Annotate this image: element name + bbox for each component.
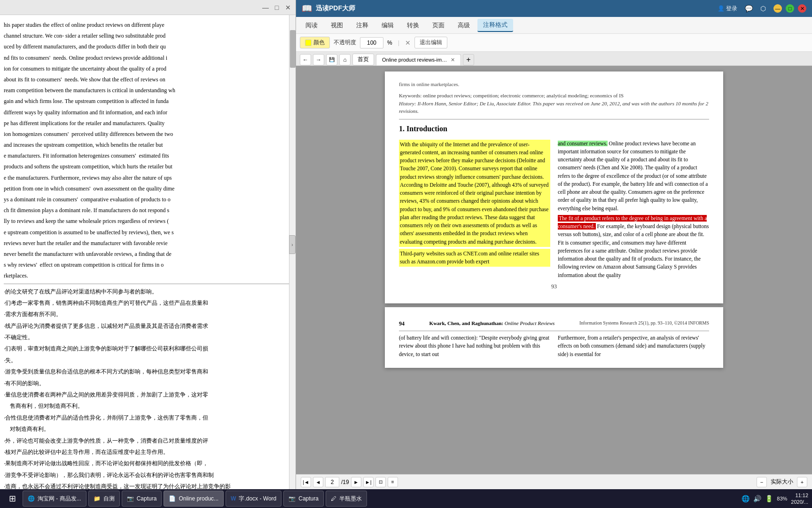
opacity-input[interactable]	[360, 37, 383, 48]
prev-page-button[interactable]: ◄	[313, 477, 323, 487]
left-text-line: pe has different implications for the re…	[4, 119, 292, 128]
pdf-content-area: firms in online marketplaces. Keywords: …	[296, 66, 812, 474]
pdf-title-left: 📖 迅读PDF大师	[302, 3, 355, 14]
color-label: 颜色	[313, 39, 325, 47]
pdf-app-icon: 📖	[302, 3, 312, 14]
taskbar-item-pdf[interactable]: 📄 Online produc...	[164, 491, 224, 507]
two-col-layout: With the ubiquity of the Internet and th…	[399, 140, 709, 279]
color-button[interactable]: 颜色	[300, 37, 330, 48]
close-button[interactable]: ✕	[284, 4, 292, 11]
left-text-line: nd fits to consumers' needs. Online prod…	[4, 54, 292, 63]
save-nav-button[interactable]: 💾	[326, 54, 337, 65]
page2-authors: Kwark, Chen, and Raghunathan:	[429, 320, 503, 326]
scrollbar-thumb[interactable]	[290, 30, 296, 68]
cn-text-line: ·造商，也永远不会通过不利评论使制造商受益，这一发现证明了为什么评论对上游竞争的…	[4, 482, 292, 489]
taskbar-icon-captura1: 📷	[127, 495, 134, 502]
color-swatch	[305, 40, 312, 46]
firms-text: firms in online marketplaces.	[399, 81, 459, 87]
fit-width-button[interactable]: ⊡	[375, 477, 386, 487]
page2-header: Kwark, Chen, and Raghunathan: Online Pro…	[429, 319, 555, 328]
collapse-panel-button[interactable]: ›	[289, 235, 296, 254]
start-button[interactable]: ⊞	[4, 490, 21, 507]
battery-icon[interactable]: 🔋	[765, 495, 773, 502]
cn-text-line: 对制造商有利。	[4, 424, 292, 434]
left-content: his paper studies the effect of online p…	[0, 15, 296, 489]
maximize-button[interactable]: □	[273, 4, 281, 11]
network-icon[interactable]: 🌐	[742, 495, 750, 502]
tab-label: Online product reviews-imp...	[382, 57, 448, 63]
menu-annotate-format[interactable]: 注释格式	[477, 19, 513, 32]
status-right: − 实际大小 +	[757, 477, 807, 487]
pdf-tab-active[interactable]: Online product reviews-imp... ✕	[376, 54, 461, 65]
left-text-line: e upstream competition is assumed to be …	[4, 228, 292, 237]
zoom-in-button[interactable]: +	[797, 477, 807, 487]
page-header-text: firms in online marketplaces.	[399, 81, 709, 88]
forward-nav-button[interactable]: →	[313, 54, 324, 65]
taskbar-label-word: 字.docx - Word	[239, 495, 276, 503]
taskbar-icon-ink: 🖊	[331, 495, 336, 502]
cn-text-line: ·线产品评论为消费者提供了更多信息，以减轻对产品质量及其是否适合消费者需求	[4, 321, 292, 331]
home-label-button[interactable]: 首页	[352, 54, 374, 65]
clock-time: 11:12	[791, 492, 808, 499]
keywords-text: Keywords: online product reviews; compet…	[399, 93, 624, 98]
login-link[interactable]: 👤 登录	[718, 5, 737, 13]
next-page-button[interactable]: ►	[351, 477, 361, 487]
keywords-block: Keywords: online product reviews; compet…	[399, 92, 709, 115]
comment-icon[interactable]: 💬	[745, 5, 753, 12]
opacity-unit: %	[387, 40, 392, 46]
fit-page-button[interactable]: ≡	[388, 477, 398, 487]
cn-text-line: ·有不同的影响。	[4, 379, 292, 388]
minimize-button[interactable]: —	[262, 4, 269, 11]
opacity-label: 不透明度	[334, 39, 356, 47]
menu-annotate[interactable]: 注释	[351, 19, 374, 32]
col-right: and consumer reviews. Online product rev…	[558, 140, 709, 279]
page2-col-left: (of battery life and wifi connection): "…	[399, 334, 550, 358]
cn-text-line: ·游竞争受到质量信息和合适信息的根本不同方式的影响，每种信息类型对零售商和	[4, 367, 292, 376]
taskbar-item-test[interactable]: 📁 自测	[88, 491, 120, 507]
left-text-line: uced by different manufacturers, and the…	[4, 42, 292, 51]
left-text-line: channel structure. We con- sider a retai…	[4, 32, 292, 40]
share-icon[interactable]: ⬡	[760, 5, 766, 12]
last-page-button[interactable]: ►|	[363, 477, 374, 487]
left-text-line: e the manufacturers. Furthermore, review…	[4, 174, 292, 183]
taskbar-item-taobao[interactable]: 🌐 淘宝网 - 商品发...	[23, 491, 86, 507]
volume-icon[interactable]: 🔊	[753, 495, 761, 502]
pdf-close-button[interactable]: ✕	[798, 4, 806, 13]
left-text-line: and increases the upstream competition, …	[4, 141, 292, 150]
menu-edit[interactable]: 编辑	[376, 19, 399, 32]
pdf-title-right: 👤 登录 💬 ⬡ — □ ✕	[718, 4, 806, 13]
pdf-annotation-toolbar: 颜色 不透明度 % | ✕ 退出编辑	[296, 34, 812, 52]
back-nav-button[interactable]: ←	[300, 54, 311, 65]
left-text-line: reviews never hurt the retailer and the …	[4, 239, 292, 248]
page-total: /19	[341, 479, 349, 485]
left-text-line: ys a dominant role in consumers' compara…	[4, 195, 292, 204]
clock[interactable]: 11:12 2020/...	[791, 492, 808, 506]
cn-text-line: 售商有利，但对制造商不利。	[4, 401, 292, 411]
current-page-input[interactable]	[325, 477, 339, 487]
zoom-out-button[interactable]: −	[757, 477, 767, 487]
menu-advanced[interactable]: 高级	[452, 19, 476, 32]
taskbar-icon-taobao: 🌐	[28, 495, 35, 502]
taskbar-item-captura2[interactable]: 📷 Captura	[283, 491, 324, 507]
home-nav-button[interactable]: ⌂	[339, 54, 351, 65]
taskbar-icon-pdf: 📄	[169, 495, 176, 502]
left-text-line: his paper studies the effect of online p…	[4, 21, 292, 30]
page2-left-text: (of battery life and wifi connection): "…	[399, 334, 550, 358]
clock-date: 2020/...	[791, 499, 808, 505]
tab-close-icon[interactable]: ✕	[451, 57, 455, 63]
menu-read[interactable]: 阅读	[300, 19, 323, 32]
first-page-button[interactable]: |◄	[301, 477, 311, 487]
menu-view[interactable]: 视图	[325, 19, 349, 32]
battery-percent: 83%	[777, 496, 787, 501]
menu-page[interactable]: 页面	[427, 19, 450, 32]
taskbar-item-ink[interactable]: 🖊 半瓶墨水	[326, 491, 367, 507]
left-text-line: ream competition between the manufacture…	[4, 86, 292, 95]
new-tab-button[interactable]: +	[463, 54, 474, 65]
taskbar-item-word[interactable]: W 字.docx - Word	[226, 491, 281, 507]
exit-edit-button[interactable]: 退出编辑	[414, 37, 447, 48]
pdf-restore-button[interactable]: □	[786, 4, 794, 13]
menu-convert[interactable]: 转换	[401, 19, 425, 32]
pdf-minimize-button[interactable]: —	[773, 4, 782, 13]
cn-text-line: ·外，评论也可能会改变上游竞争的性质，从一种竞争，消费者自己对质量维度的评	[4, 436, 292, 445]
taskbar-item-captura1[interactable]: 📷 Captura	[122, 491, 162, 507]
